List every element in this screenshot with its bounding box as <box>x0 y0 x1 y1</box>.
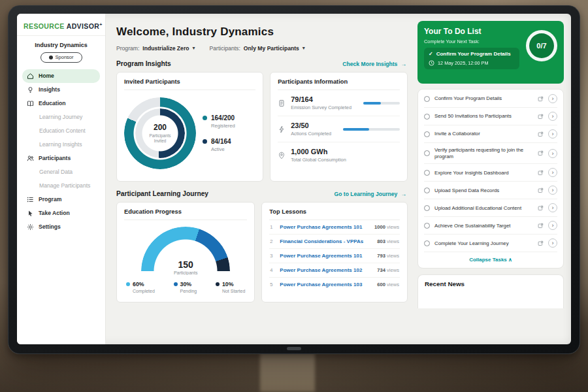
chevron-right-icon[interactable]: › <box>548 129 557 139</box>
stat-global-consumption: 1,000 GWh Total Global Consumption <box>278 142 400 168</box>
learning-journey-header: Participant Learning Journey Go to Learn… <box>116 190 406 197</box>
external-link-icon <box>538 150 544 156</box>
chevron-right-icon[interactable]: › <box>548 112 557 121</box>
gear-icon <box>27 223 34 231</box>
sidebar-item-learning-journey[interactable]: Learning Journey <box>22 110 100 124</box>
lesson-views: 1000 views <box>374 224 399 230</box>
stat-label: Actions Completed <box>291 131 331 137</box>
page-title: Welcome, Industry Dynamics <box>116 25 408 39</box>
sidebar-item-home[interactable]: Home <box>22 69 100 83</box>
section-title: Program Insights <box>116 60 171 67</box>
task-row[interactable]: Verify participants requesting to join t… <box>424 143 557 164</box>
lesson-row[interactable]: 5 Power Purchase Agreements 103 600 view… <box>269 278 400 291</box>
task-checkbox[interactable] <box>424 240 430 246</box>
sidebar-item-education[interactable]: Education <box>22 97 100 110</box>
clock-icon <box>429 60 434 66</box>
task-row[interactable]: Explore Your Insights Dashboard › <box>424 164 557 182</box>
todo-panel: Your To Do List Complete Your Next Task:… <box>414 14 571 344</box>
sidebar-item-learning-insights[interactable]: Learning Insights <box>22 138 100 152</box>
next-task-chip[interactable]: ✓ Confirm Your Program Details 12 May 20… <box>424 48 519 69</box>
external-link-icon <box>538 223 544 229</box>
sidebar-item-education-content[interactable]: Education Content <box>22 124 100 138</box>
bolt-icon <box>278 125 286 133</box>
collapse-tasks-link[interactable]: Collapse Tasks ∧ <box>424 252 557 267</box>
task-row[interactable]: Achieve One Sustainability Target › <box>424 217 557 235</box>
legend-item-registered: 164/200 Registered <box>203 114 235 129</box>
stat-label: Total Global Consumption <box>291 157 346 163</box>
chevron-right-icon[interactable]: › <box>548 186 557 195</box>
chevron-right-icon[interactable]: › <box>548 238 557 248</box>
lesson-link[interactable]: Power Purchase Agreements 101 <box>280 224 370 230</box>
task-row[interactable]: Invite a Collaborator › <box>424 125 557 143</box>
lesson-row[interactable]: 4 Power Purchase Agreements 102 734 view… <box>269 263 400 278</box>
legend-label: Registered <box>211 123 235 129</box>
sidebar-nav: Home Insights Education Learning Journey… <box>17 68 105 235</box>
sidebar-item-settings[interactable]: Settings <box>22 220 100 234</box>
next-task-label: Confirm Your Program Details <box>436 51 511 57</box>
legend-dot <box>203 116 207 120</box>
chevron-right-icon[interactable]: › <box>548 168 557 177</box>
legend-item-not-started: 10% Not Started <box>216 281 245 293</box>
participants-information-card: Participants Information 79/164 Emission… <box>270 72 408 182</box>
filters-row: Program: Industrialize Zero ▾ Participan… <box>116 45 408 52</box>
task-checkbox[interactable] <box>424 223 430 229</box>
task-checkbox[interactable] <box>424 188 430 193</box>
task-checkbox[interactable] <box>424 114 430 120</box>
chevron-right-icon[interactable]: › <box>548 149 557 158</box>
card-title: Top Lessons <box>269 208 400 220</box>
stat-value: 1,000 GWh <box>291 148 346 155</box>
sidebar-item-general-data[interactable]: General Data <box>22 165 100 179</box>
learning-journey-cards: Education Progress 150 Participants 60% <box>116 202 408 302</box>
card-title: Education Progress <box>124 208 247 220</box>
task-checkbox[interactable] <box>424 150 430 156</box>
legend-item-active: 84/164 Active <box>203 138 235 152</box>
survey-icon <box>278 99 286 107</box>
lesson-link[interactable]: Power Purchase Agreements 101 <box>280 253 372 259</box>
task-checkbox[interactable] <box>424 205 430 211</box>
legend-dot <box>174 282 178 286</box>
chevron-right-icon[interactable]: › <box>548 221 557 230</box>
task-label: Explore Your Insights Dashboard <box>434 170 533 176</box>
go-to-learning-journey-link[interactable]: Go to Learning Journey → <box>334 191 406 197</box>
lesson-row[interactable]: 2 Financial Considerations - VPPAs 803 v… <box>269 235 400 249</box>
task-row[interactable]: Upload Additional Educational Content › <box>424 199 557 217</box>
lesson-link[interactable]: Power Purchase Agreements 102 <box>280 267 372 273</box>
lesson-link[interactable]: Financial Considerations - VPPAs <box>280 238 372 244</box>
program-filter[interactable]: Program: Industrialize Zero ▾ <box>116 45 195 52</box>
task-checkbox[interactable] <box>424 170 430 176</box>
todo-tasks-card: Confirm Your Program Details › Send 50 I… <box>417 89 564 269</box>
sidebar-item-label: Manage Participants <box>39 182 90 189</box>
check-more-insights-link[interactable]: Check More Insights → <box>342 61 406 67</box>
monitor-stand <box>260 353 315 392</box>
external-link-icon <box>538 131 544 137</box>
people-icon <box>27 155 34 162</box>
legend-dot <box>203 139 207 144</box>
external-link-icon <box>538 240 544 246</box>
external-link-icon <box>538 96 544 102</box>
section-title: Participant Learning Journey <box>116 190 208 197</box>
task-checkbox[interactable] <box>424 96 430 102</box>
collapse-label: Collapse Tasks <box>469 257 507 263</box>
sidebar-item-insights[interactable]: Insights <box>22 83 100 97</box>
task-row[interactable]: Confirm Your Program Details › <box>424 90 557 108</box>
progress-bar <box>343 128 400 131</box>
task-row[interactable]: Complete Your Learning Journey › <box>424 235 557 252</box>
lesson-link[interactable]: Power Purchase Agreements 103 <box>280 282 372 287</box>
lesson-row[interactable]: 3 Power Purchase Agreements 101 793 view… <box>269 249 400 263</box>
lesson-row[interactable]: 1 Power Purchase Agreements 101 1000 vie… <box>269 220 400 235</box>
invited-participants-card: Invited Participants 200 Participants In… <box>116 72 263 182</box>
sidebar-item-participants[interactable]: Participants <box>22 152 100 165</box>
sidebar-item-manage-participants[interactable]: Manage Participants <box>22 179 100 193</box>
task-row[interactable]: Send 50 Invitations to Participants › <box>424 108 557 125</box>
sidebar-item-program[interactable]: Program <box>22 193 100 206</box>
sponsor-badge[interactable]: Sponsor <box>41 52 82 63</box>
chevron-right-icon[interactable]: › <box>548 203 557 212</box>
task-row[interactable]: Upload Spend Data Records › <box>424 182 557 199</box>
external-link-icon <box>538 188 544 193</box>
list-icon <box>27 196 34 203</box>
sidebar-item-take-action[interactable]: Take Action <box>22 206 100 220</box>
participants-filter[interactable]: Participants: Only My Participants ▾ <box>210 45 305 52</box>
chevron-right-icon[interactable]: › <box>548 94 557 103</box>
task-label: Send 50 Invitations to Participants <box>434 113 533 120</box>
task-checkbox[interactable] <box>424 131 430 137</box>
